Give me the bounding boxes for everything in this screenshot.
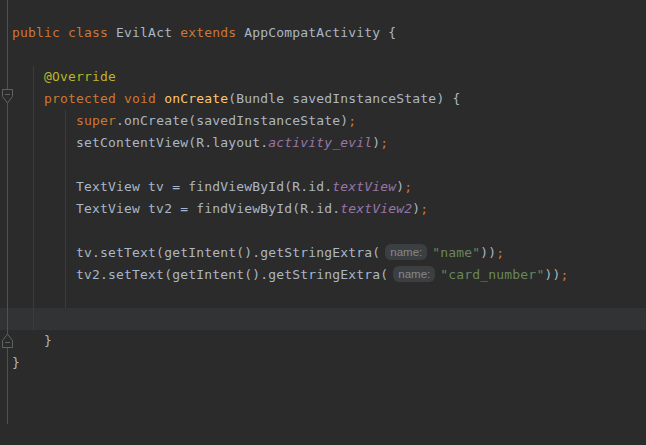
code-line: protected void onCreate(Bundle savedInst… bbox=[12, 88, 568, 110]
code-token: tv2.setText(getIntent().getStringExtra( bbox=[12, 267, 388, 282]
code-token: } bbox=[12, 355, 20, 370]
code-line: TextView tv = findViewById(R.id.textView… bbox=[12, 176, 568, 198]
code-token: .onCreate(savedInstanceState) bbox=[116, 113, 348, 128]
method-name: onCreate bbox=[164, 91, 228, 106]
code-token: ; bbox=[560, 267, 568, 282]
gutter-separator-line bbox=[7, 0, 8, 424]
code-token: tv.setText(getIntent().getStringExtra( bbox=[12, 245, 380, 260]
code-line: super.onCreate(savedInstanceState); bbox=[12, 110, 568, 132]
code-token: ; bbox=[380, 135, 388, 150]
resource-reference: textView bbox=[332, 179, 396, 194]
annotation-token: @Override bbox=[12, 69, 116, 84]
code-line bbox=[12, 44, 568, 66]
code-token: } bbox=[12, 333, 52, 348]
code-token: )) bbox=[480, 245, 496, 260]
code-line: setContentView(R.layout.activity_evil); bbox=[12, 132, 568, 154]
code-token: protected void bbox=[12, 91, 164, 106]
resource-reference: activity_evil bbox=[268, 135, 372, 150]
parameter-name-hint[interactable]: name: bbox=[385, 244, 427, 260]
code-token: extends bbox=[180, 25, 244, 40]
code-token: ; bbox=[420, 201, 428, 216]
code-token: ; bbox=[348, 113, 356, 128]
code-token: TextView tv2 = findViewById(R.id. bbox=[12, 201, 340, 216]
code-line: TextView tv2 = findViewById(R.id.textVie… bbox=[12, 198, 568, 220]
code-line: } bbox=[12, 352, 568, 374]
code-line: } bbox=[12, 330, 568, 352]
string-literal: "name" bbox=[432, 245, 480, 260]
code-token: ; bbox=[404, 179, 412, 194]
code-line bbox=[12, 220, 568, 242]
code-token: (Bundle savedInstanceState) { bbox=[228, 91, 460, 106]
code-token: ; bbox=[496, 245, 504, 260]
code-line: tv.setText(getIntent().getStringExtra(na… bbox=[12, 242, 568, 264]
resource-reference: textView2 bbox=[340, 201, 412, 216]
code-line-caret bbox=[12, 308, 568, 330]
code-token: setContentView(R.layout. bbox=[12, 135, 268, 150]
code-line bbox=[12, 286, 568, 308]
code-token: )) bbox=[544, 267, 560, 282]
code-editor[interactable]: public class EvilAct extends AppCompatAc… bbox=[0, 0, 646, 445]
code-token: public class bbox=[12, 25, 116, 40]
code-line: @Override bbox=[12, 66, 568, 88]
code-area[interactable]: public class EvilAct extends AppCompatAc… bbox=[12, 22, 568, 374]
code-token: AppCompatActivity { bbox=[244, 25, 396, 40]
code-line: tv2.setText(getIntent().getStringExtra(n… bbox=[12, 264, 568, 286]
code-token: TextView tv = findViewById(R.id. bbox=[12, 179, 332, 194]
code-token: super bbox=[12, 113, 116, 128]
code-line: public class EvilAct extends AppCompatAc… bbox=[12, 22, 568, 44]
string-literal: "card_number" bbox=[440, 267, 544, 282]
code-line bbox=[12, 154, 568, 176]
class-name: EvilAct bbox=[116, 25, 180, 40]
parameter-name-hint[interactable]: name: bbox=[393, 266, 435, 282]
